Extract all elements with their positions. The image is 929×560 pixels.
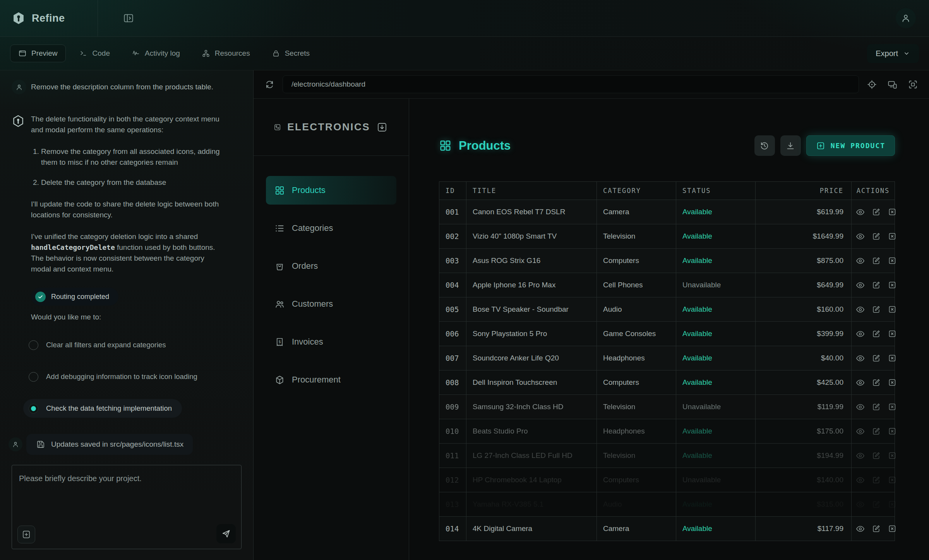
edit-button[interactable] (872, 500, 881, 509)
url-input[interactable] (283, 75, 859, 93)
delete-button[interactable] (888, 475, 897, 485)
view-button[interactable] (855, 232, 865, 241)
cell-id: 010 (439, 419, 466, 444)
delete-button[interactable] (888, 280, 897, 290)
nav-item-products[interactable]: Products (266, 176, 396, 205)
view-button[interactable] (855, 329, 865, 339)
nav-item-orders[interactable]: Orders (266, 252, 396, 280)
user-avatar[interactable] (896, 8, 916, 28)
tab-preview[interactable]: Preview (10, 44, 66, 62)
fullscreen-icon[interactable] (908, 79, 918, 90)
chat-history[interactable]: Remove the description column from the p… (0, 70, 253, 455)
view-button[interactable] (855, 378, 865, 388)
x-square-icon (888, 524, 897, 533)
eye-icon (855, 256, 865, 266)
cell-status: Unavailable (676, 468, 756, 492)
edit-button[interactable] (872, 305, 881, 314)
tab-secrets[interactable]: Secrets (264, 44, 318, 62)
edit-button[interactable] (872, 427, 881, 436)
suggestion-option[interactable]: Check the data fetching implementation (23, 399, 182, 418)
edit-button[interactable] (872, 256, 881, 265)
delete-button[interactable] (888, 256, 897, 265)
view-button[interactable] (855, 451, 865, 461)
view-button[interactable] (855, 207, 865, 217)
edit-button[interactable] (872, 329, 881, 338)
tab-activity-log[interactable]: Activity log (123, 44, 188, 62)
edit-button[interactable] (872, 475, 881, 485)
collapse-icon[interactable] (376, 121, 388, 133)
view-button[interactable] (855, 280, 865, 290)
edit-button[interactable] (872, 451, 881, 460)
nav-item-customers[interactable]: Customers (266, 290, 396, 318)
suggestion-option[interactable]: Add debugging information to track icon … (23, 367, 207, 386)
radio-icon[interactable] (29, 404, 38, 413)
content-split: Remove the description column from the p… (0, 70, 929, 560)
delete-button[interactable] (888, 500, 897, 509)
send-button[interactable] (216, 524, 236, 543)
chat-input[interactable] (12, 465, 241, 519)
person-icon (9, 437, 22, 451)
delete-button[interactable] (888, 329, 897, 338)
refresh-icon[interactable] (264, 79, 275, 90)
view-button[interactable] (855, 427, 865, 436)
table-body: 001 Canon EOS Rebel T7 DSLR Camera Avail… (439, 200, 895, 541)
eye-icon (855, 232, 865, 241)
delete-button[interactable] (888, 305, 897, 314)
panel-toggle-icon[interactable] (123, 12, 134, 24)
history-button[interactable] (754, 135, 775, 156)
status-text: Available (682, 524, 712, 533)
top-bar: Refine (0, 0, 929, 37)
brand-name: Refine (32, 12, 65, 24)
edit-button[interactable] (872, 232, 881, 241)
delete-button[interactable] (888, 402, 897, 411)
delete-button[interactable] (888, 451, 897, 460)
delete-button[interactable] (888, 524, 897, 533)
cell-status: Available (676, 200, 756, 224)
new-product-button[interactable]: NEW PRODUCT (806, 135, 895, 156)
cell-category: Camera (597, 517, 676, 541)
suggestion-option[interactable]: Clear all filters and expand categories (23, 336, 176, 354)
cell-price: $117.99 (756, 517, 852, 541)
view-button[interactable] (855, 402, 865, 412)
export-button[interactable]: Export (867, 44, 919, 63)
edit-button[interactable] (872, 353, 881, 363)
edit-button[interactable] (872, 207, 881, 217)
edit-button[interactable] (872, 524, 881, 533)
cell-category: Television (597, 395, 676, 419)
radio-icon[interactable] (29, 340, 38, 350)
delete-button[interactable] (888, 232, 897, 241)
edit-button[interactable] (872, 378, 881, 387)
delete-button[interactable] (888, 378, 897, 387)
view-button[interactable] (855, 353, 865, 363)
cell-price: $399.99 (756, 322, 852, 346)
delete-button[interactable] (888, 353, 897, 363)
view-button[interactable] (855, 524, 865, 534)
attach-button[interactable] (17, 526, 35, 543)
tab-code[interactable]: Code (71, 44, 118, 62)
cell-id: 008 (439, 370, 466, 395)
col-category: CATEGORY (597, 182, 676, 200)
file-update-pill[interactable]: Updates saved in src/pages/icons/list.ts… (26, 434, 193, 455)
cell-category: Game Consoles (597, 322, 676, 346)
eye-icon (855, 524, 865, 534)
tab-resources[interactable]: Resources (194, 44, 258, 62)
col-price: PRICE (756, 182, 852, 200)
view-button[interactable] (855, 305, 865, 314)
delete-button[interactable] (888, 427, 897, 436)
download-button[interactable] (780, 135, 801, 156)
nav-item-procurement[interactable]: Procurement (266, 365, 396, 394)
radio-icon[interactable] (29, 372, 38, 382)
edit-button[interactable] (872, 280, 881, 290)
nav-item-categories[interactable]: Categories (266, 214, 396, 242)
cell-price: $315.00 (756, 492, 852, 517)
devices-icon[interactable] (887, 79, 898, 90)
delete-button[interactable] (888, 207, 897, 217)
chat-panel: Remove the description column from the p… (0, 70, 254, 560)
view-button[interactable] (855, 256, 865, 266)
inspect-crosshair-icon[interactable] (867, 79, 877, 90)
view-button[interactable] (855, 475, 865, 485)
edit-button[interactable] (872, 402, 881, 411)
view-button[interactable] (855, 500, 865, 509)
app-brand-name: ELECTRONICS (287, 121, 370, 133)
nav-item-invoices[interactable]: $ Invoices (266, 328, 396, 356)
